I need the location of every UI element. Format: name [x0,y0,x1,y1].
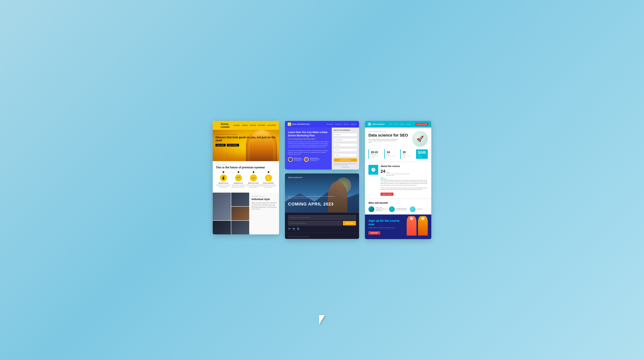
eyewear-nav-frames[interactable]: FRAMES [234,125,240,126]
eyewear-nav-pricing[interactable]: PRICING [250,125,256,126]
industry-input[interactable] [334,153,357,157]
book-a-place-nav-button[interactable]: BOOK A PLACE [415,123,428,126]
submit-button[interactable]: YES, I'M IN! [343,221,356,225]
seo-nav-program[interactable]: Program [400,124,404,125]
about-hours-num: 24 Hours of practice and immersion in da… [380,169,428,176]
company-input[interactable] [334,143,357,147]
person-image-2 [231,193,250,206]
seo-hero-rocket: 🚀 [412,131,428,147]
eyewear-hero-text: CUSTOM-TAILORED EYEWEAR Glasses that loo… [216,134,279,147]
middle-column: 📊 BAR MARKETING What We Do Who We Are Ab… [285,121,359,239]
benefit-icon-1 [368,206,374,212]
benefit-items: In-house SEO specialists working on larg… [368,206,428,212]
register-now-button[interactable]: REGISTER NOW [334,158,357,162]
style-images-grid [213,193,249,234]
about-desc-main: Every day, Google Analytics, Google Sear… [380,180,428,186]
person-image-5 [231,221,250,234]
benefit-2: Licensed SEO experts and SEO enthusiasts [389,206,407,212]
cta-figures [407,218,428,236]
stat-dates-value: 20-22 [371,151,381,154]
level-label: Level Intermediate [380,177,428,180]
stat-hours: 24 Hours 10:00 AM — 6:00 PM [384,149,398,159]
cta-title: Sign up for the course now [368,219,404,226]
eyewear-nav-reviews[interactable]: REVIEWS [258,125,265,126]
eyewear-hero-buttons: SHOP MEN SHOP WOMEN [216,144,279,147]
eyewear-logo: ☀️ Sunny Lenses [216,123,234,128]
figure-woman [407,218,416,236]
seo-nav-tutors[interactable]: Tutors [394,124,398,125]
marketing-left-content: Learn How You Can Make a Data-Driven Mar… [285,128,332,170]
marketing-nav-about[interactable]: About Us [344,124,349,125]
shop-men-button[interactable]: SHOP MEN [216,144,226,147]
eyewear-steps: 📱 Measured for you Use our iOS app to sc… [216,171,276,188]
eyewear-nav-locations[interactable]: LOCATIONS [267,125,276,126]
eyewear-hero-subtitle: CUSTOM-TAILORED EYEWEAR [216,134,279,135]
author-name: alexa peterson [288,176,302,179]
book-a-place-button[interactable]: BOOK A PLACE [380,193,394,196]
step-dot [238,171,239,173]
step-desc: We guarantee your Sunny Lenses glasses w… [261,184,276,188]
copyright-text: © 2023 Alexa Peterson. All Rights Reserv… [288,236,309,237]
marketing-nav-whoweare[interactable]: Who We Are [335,124,342,125]
seo-about-content: About the course 24 Hours of practice an… [380,165,428,196]
step-designed: ✂️ Designed by you Select your style, ch… [231,171,246,188]
rocket-icon: 🚀 [416,135,424,142]
seo-nav-location[interactable]: Location [406,124,410,125]
figure-man [418,218,428,236]
seo-card: 📈 SEO Solutions About Tutors Program Loc… [365,121,431,239]
seo-about-section: 🕐 About the course 24 Hours of practice … [365,162,431,199]
speaker-2-avatar [304,157,309,162]
about-desc-sub: There's no need to invent Google's consp… [380,187,428,190]
marketing-nav-whatwedo[interactable]: What We Do [327,124,333,125]
marketing-subtitle: Is your marketing plan delivering result… [288,138,329,140]
main-canvas: ☀️ Sunny Lenses FRAMES LENSES PRICING RE… [186,121,458,239]
marketing-desc2: Jeremy Avery and Penelope Perez are here… [288,150,329,155]
person-image-4 [213,221,231,234]
seo-nav-about[interactable]: About [389,124,392,125]
deco-dots: · · · · · [287,163,297,168]
marketing-logo: 📊 BAR MARKETING [288,123,310,126]
name-input[interactable] [288,215,356,220]
seo-logo: 📈 SEO Solutions [368,123,385,126]
marketing-logo-text: BAR MARKETING [292,123,310,125]
step-desc: Use our iOS app to scan your face and ca… [216,184,231,188]
step-name: Perfect, guaranteed [263,182,274,184]
eyewear-nav-lenses[interactable]: LENSES [242,125,248,126]
marketing-nav: What We Do Who We Are About Us Contact U… [327,124,356,125]
shop-women-button[interactable]: SHOP WOMEN [227,144,239,147]
instagram-icon[interactable]: 📷 [292,227,295,230]
email-input[interactable] [288,221,342,225]
fullname-input[interactable] [334,133,357,137]
stat-price: $245 Price Best offer [416,149,428,159]
eyewear-hero: CUSTOM-TAILORED EYEWEAR Glasses that loo… [213,130,279,161]
how-it-works-label: HOW IT WORKS [216,164,276,165]
marketing-desc: Marketing your firm should never be reac… [288,141,329,148]
seo-navbar: 📈 SEO Solutions About Tutors Program Loc… [365,121,431,128]
stat-dates-label: September [371,154,381,155]
about-hours-label: Hours of practice and immersion in data … [386,172,412,176]
travel-email-row: YES, I'M IN! [288,221,356,225]
marketing-nav-contact[interactable]: Contact Us [350,124,356,125]
marketing-form: WATCH THE WEBINAR REGISTER NOW View this… [332,128,359,170]
jobtitle-input[interactable] [334,148,357,152]
facebook-icon[interactable]: 📘 [297,227,299,230]
about-hours-value: 24 [380,169,385,174]
style-text: DESIGNED BY YOU Individual style Whether… [249,193,279,234]
stat-hours-value: 24 [387,151,396,154]
benefit-1: In-house SEO specialists working on larg… [368,206,386,212]
speaker-2: Penelope Perez Marketing Manager Bar Mar… [304,157,320,162]
stat-seats-label: Seats [403,154,412,155]
perfect-icon: ⭐ [265,174,272,181]
register-button[interactable]: REGISTER [368,231,380,235]
benefit-icon-2 [389,206,395,212]
step-desc: Each pair is crafted for one person at a… [246,184,261,188]
seo-logo-text: SEO Solutions [372,123,385,125]
stat-seats-value: 20 [403,151,412,154]
step-dot [253,171,254,173]
eyewear-card: ☀️ Sunny Lenses FRAMES LENSES PRICING RE… [213,121,279,235]
eyewear-navbar: ☀️ Sunny Lenses FRAMES LENSES PRICING RE… [213,121,279,130]
twitter-icon[interactable]: 🐦 [288,227,291,230]
email-input[interactable] [334,138,357,142]
travel-footer: © 2023 Alexa Peterson. All Rights Reserv… [285,233,359,239]
speaker-1-avatar [288,157,293,162]
